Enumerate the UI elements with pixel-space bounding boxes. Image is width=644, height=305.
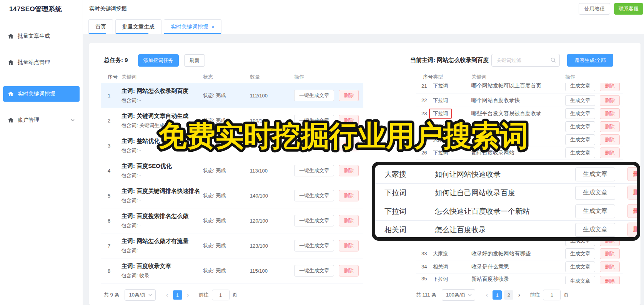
tab[interactable]: 实时关键词挖掘 ×: [164, 19, 221, 34]
delete-button[interactable]: 删除: [600, 261, 620, 272]
page-number-1[interactable]: 1: [173, 290, 182, 300]
task-row[interactable]: 7 主词: 网站怎么做才有流量 包含词: - 状态: 完成 123/100 一键…: [101, 233, 363, 258]
keyword-filter-input[interactable]: [491, 54, 560, 67]
keyword-row[interactable]: 33 大家搜 收录好的发帖网站有哪些 生成文章 删除: [416, 247, 623, 260]
keyword-row[interactable]: 35 下拉词 新站百度秒收录 生成文章 删除: [416, 273, 623, 284]
row-index: 33: [416, 251, 433, 256]
sidebar-item[interactable]: 账户管理: [3, 112, 80, 128]
keyword-type-cell: 大家搜: [433, 136, 471, 143]
task-row[interactable]: 3 主词: 整站优化 包含词: - 状态: 完成 一键生成文章 删除: [101, 133, 363, 158]
generate-article-button[interactable]: 一键生成文章: [294, 165, 334, 176]
keyword-row[interactable]: 23 下拉词 哪些平台发文容易被百度收录 生成文章 删除: [416, 107, 623, 120]
keyword-row[interactable]: 34 相关词 收录是什么意思 生成文章 删除: [416, 260, 623, 273]
generate-article-button[interactable]: 生成文章: [565, 261, 595, 272]
task-row[interactable]: 5 主词: 百度关键词排名快速排名 包含词: - 状态: 完成 140/100 …: [101, 183, 363, 208]
total-count-label: 共 9 条: [104, 292, 119, 298]
next-page-button[interactable]: ›: [514, 290, 524, 300]
generate-article-button[interactable]: 生成文章: [575, 186, 615, 200]
delete-button[interactable]: 删除: [627, 204, 640, 218]
generate-article-button[interactable]: 生成文章: [575, 223, 615, 237]
delete-button[interactable]: 删除: [339, 190, 359, 201]
tutorial-button[interactable]: 使用教程: [579, 3, 610, 15]
generate-article-button[interactable]: 一键生成文章: [294, 90, 334, 101]
generate-article-button[interactable]: 生成文章: [565, 108, 595, 119]
delete-button[interactable]: 删除: [600, 147, 620, 158]
next-page-button[interactable]: ›: [183, 290, 193, 300]
delete-button[interactable]: 删除: [339, 140, 359, 151]
delete-button[interactable]: 删除: [339, 90, 359, 101]
goto-label: 前往: [530, 292, 540, 298]
task-row[interactable]: 2 主词: 关键词文章自动生成 包含词: 关键词生成 状态: 完成 100/10…: [101, 108, 363, 133]
tab[interactable]: 批量文章生成: [115, 19, 161, 34]
task-row[interactable]: 8 主词: 百度收录文章 包含词: 收录 状态: 完成 115/100 一键生成…: [101, 258, 363, 283]
keyword-row[interactable]: 21 下拉词 哪个网站发帖可以上百度首页 生成文章 删除: [416, 83, 623, 94]
prev-page-button[interactable]: ‹: [163, 290, 172, 300]
chevron-down-icon: [468, 293, 472, 298]
generate-all-button[interactable]: 是否生成:全部: [567, 54, 613, 67]
task-include-word: 包含词: -: [121, 247, 203, 255]
delete-button[interactable]: 删除: [339, 240, 359, 251]
task-row[interactable]: 1 主词: 网站怎么收录到百度 包含词: - 状态: 完成 112/100 一键…: [101, 83, 363, 108]
keyword-row[interactable]: 25 大家搜 生成文章 删除: [416, 133, 623, 146]
generate-article-button[interactable]: 生成文章: [565, 248, 595, 259]
delete-button[interactable]: 删除: [600, 134, 620, 145]
generate-article-button[interactable]: 生成文章: [565, 147, 595, 158]
generate-article-button[interactable]: 一键生成文章: [294, 265, 334, 277]
add-task-button[interactable]: 添加挖词任务: [138, 54, 179, 67]
sidebar-item[interactable]: 批量站点管理: [3, 55, 80, 70]
keyword-row[interactable]: 26 下拉词 如何百度收录网站 生成文章 删除: [416, 146, 623, 159]
contact-support-button[interactable]: 联系客服: [614, 3, 643, 15]
page-size-select[interactable]: 10条/页: [125, 289, 155, 301]
task-row[interactable]: 4 主词: 百度SEO优化 包含词: - 状态: 完成 113/100 一键生成…: [101, 158, 363, 183]
keyword-type: 大家搜: [375, 169, 435, 179]
goto-page-input[interactable]: [212, 290, 230, 300]
generate-article-button[interactable]: 一键生成文章: [294, 115, 334, 126]
delete-button[interactable]: 删除: [600, 276, 620, 284]
keyword-actions: 生成文章 删除: [565, 147, 623, 158]
prev-page-button[interactable]: ‹: [482, 290, 491, 300]
delete-button[interactable]: 删除: [600, 248, 620, 259]
generate-article-button[interactable]: 一键生成文章: [294, 215, 334, 226]
page-number-1[interactable]: 1: [493, 290, 502, 300]
generate-article-button[interactable]: 生成文章: [565, 134, 595, 145]
delete-button[interactable]: 删除: [627, 167, 640, 181]
generate-article-button[interactable]: 生成文章: [565, 121, 595, 132]
generate-article-button[interactable]: 一键生成文章: [294, 190, 334, 201]
delete-button[interactable]: 删除: [600, 108, 620, 119]
generate-article-button[interactable]: 生成文章: [565, 83, 595, 91]
delete-button[interactable]: 删除: [339, 215, 359, 226]
sidebar-item[interactable]: 批量文章生成: [3, 28, 80, 44]
delete-button[interactable]: 删除: [600, 121, 620, 132]
generate-article-button[interactable]: 生成文章: [575, 204, 615, 218]
delete-button[interactable]: 删除: [339, 115, 359, 126]
generate-article-button[interactable]: 一键生成文章: [294, 140, 334, 151]
delete-button[interactable]: 删除: [627, 186, 640, 199]
page-size-select[interactable]: 100条/页: [442, 289, 475, 301]
task-main-word: 主词: 网站怎么做才有流量: [121, 237, 203, 245]
col-actions: 操作: [294, 74, 363, 80]
generate-article-button[interactable]: 一键生成文章: [294, 240, 334, 251]
tab-close-icon[interactable]: ×: [211, 24, 215, 30]
task-row[interactable]: 6 主词: 百度搜索排名怎么做 包含词: - 状态: 完成 120/100 一键…: [101, 208, 363, 233]
task-include-word: 包含词: 关键词生成: [121, 122, 203, 129]
delete-button[interactable]: 删除: [600, 95, 620, 106]
generate-article-button[interactable]: 生成文章: [575, 168, 615, 181]
delete-button[interactable]: 删除: [339, 265, 359, 277]
tab[interactable]: 首页: [88, 19, 113, 34]
keyword-row[interactable]: 24 下拉词 生成文章 删除: [416, 120, 623, 133]
delete-button[interactable]: 删除: [339, 165, 359, 176]
current-main-word-label: 当前主词: 网站怎么收录到百度: [410, 57, 489, 64]
delete-button[interactable]: 删除: [600, 83, 620, 91]
keyword-row[interactable]: 22 下拉词 哪个网站百度收录快 生成文章 删除: [416, 94, 623, 107]
col-keyword: 关键词: [471, 74, 565, 80]
delete-button[interactable]: 删除: [627, 223, 640, 236]
refresh-button[interactable]: 刷新: [184, 54, 205, 67]
home-icon: [8, 91, 14, 97]
keyword-type-cell: 相关词: [433, 263, 471, 270]
row-index: 5: [101, 193, 121, 199]
goto-page-input[interactable]: [543, 290, 561, 300]
sidebar-item[interactable]: 实时关键词挖掘: [3, 86, 80, 102]
generate-article-button[interactable]: 生成文章: [565, 276, 595, 284]
page-number-2[interactable]: 2: [504, 290, 513, 300]
generate-article-button[interactable]: 生成文章: [565, 95, 595, 106]
